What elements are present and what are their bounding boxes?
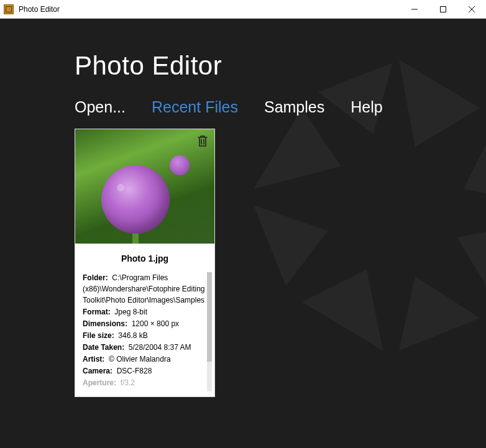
meta-format-label: Format: <box>83 308 111 316</box>
recent-files-area: Photo 1.jpg Folder: C:\Program Files (x8… <box>75 129 486 397</box>
recent-file-metadata: Folder: C:\Program Files (x86)\Wondersha… <box>75 272 214 396</box>
close-icon <box>469 6 475 12</box>
meta-camera: Camera: DSC-F828 <box>83 365 207 377</box>
thumbnail-flower <box>101 165 170 234</box>
meta-dimensions-label: Dimensions: <box>83 319 127 328</box>
metadata-scrollbar-thumb[interactable] <box>207 272 212 362</box>
trash-icon <box>197 135 208 147</box>
meta-date-taken-label: Date Taken: <box>83 343 124 352</box>
delete-button[interactable] <box>196 134 209 148</box>
meta-artist-label: Artist: <box>83 355 104 363</box>
recent-file-name: Photo 1.jpg <box>75 244 214 272</box>
titlebar: Photo Editor <box>0 0 486 19</box>
tabs: Open... Recent Files Samples Help <box>75 98 486 116</box>
inner-content: Photo Editor Open... Recent Files Sample… <box>0 19 486 397</box>
recent-file-card[interactable]: Photo 1.jpg Folder: C:\Program Files (x8… <box>75 129 215 397</box>
svg-rect-1 <box>441 6 446 12</box>
meta-format-value: Jpeg 8-bit <box>114 308 147 316</box>
thumbnail-bud <box>170 155 190 175</box>
tab-open[interactable]: Open... <box>75 98 126 116</box>
tab-recent-files[interactable]: Recent Files <box>152 98 238 116</box>
meta-date-taken-value: 5/28/2004 8:37 AM <box>129 343 191 352</box>
meta-camera-label: Camera: <box>83 367 112 375</box>
meta-aperture-label: Aperture: <box>83 378 116 387</box>
metadata-scrollbar[interactable] <box>207 272 212 391</box>
meta-folder: Folder: C:\Program Files (x86)\Wondersha… <box>83 272 207 306</box>
meta-date-taken: Date Taken: 5/28/2004 8:37 AM <box>83 342 207 353</box>
meta-filesize-value: 346.8 kB <box>118 331 147 340</box>
meta-aperture-value: f/3.2 <box>121 378 135 387</box>
tab-help[interactable]: Help <box>351 98 382 116</box>
titlebar-controls <box>400 0 486 18</box>
meta-filesize: File size: 346.8 kB <box>83 330 207 341</box>
page-title: Photo Editor <box>75 51 486 81</box>
titlebar-title: Photo Editor <box>19 5 60 14</box>
recent-file-thumbnail[interactable] <box>75 129 214 244</box>
meta-folder-label: Folder: <box>83 273 108 282</box>
meta-artist: Artist: © Olivier Malandra <box>83 354 207 365</box>
minimize-icon <box>411 6 418 12</box>
close-button[interactable] <box>457 0 486 18</box>
app-icon <box>4 4 14 14</box>
meta-aperture: Aperture: f/3.2 <box>83 377 207 388</box>
meta-dimensions-value: 1200 × 800 px <box>132 319 179 328</box>
meta-artist-value: © Olivier Malandra <box>109 355 171 363</box>
maximize-button[interactable] <box>429 0 457 18</box>
minimize-button[interactable] <box>400 0 429 18</box>
app-window: Photo Editor <box>0 0 486 448</box>
meta-dimensions: Dimensions: 1200 × 800 px <box>83 318 207 329</box>
maximize-icon <box>440 6 446 12</box>
meta-camera-value: DSC-F828 <box>117 367 152 375</box>
tab-samples[interactable]: Samples <box>264 98 324 116</box>
meta-filesize-label: File size: <box>83 331 114 340</box>
titlebar-left: Photo Editor <box>4 4 60 14</box>
meta-format: Format: Jpeg 8-bit <box>83 306 207 318</box>
content-area: Photo Editor Open... Recent Files Sample… <box>0 19 486 448</box>
